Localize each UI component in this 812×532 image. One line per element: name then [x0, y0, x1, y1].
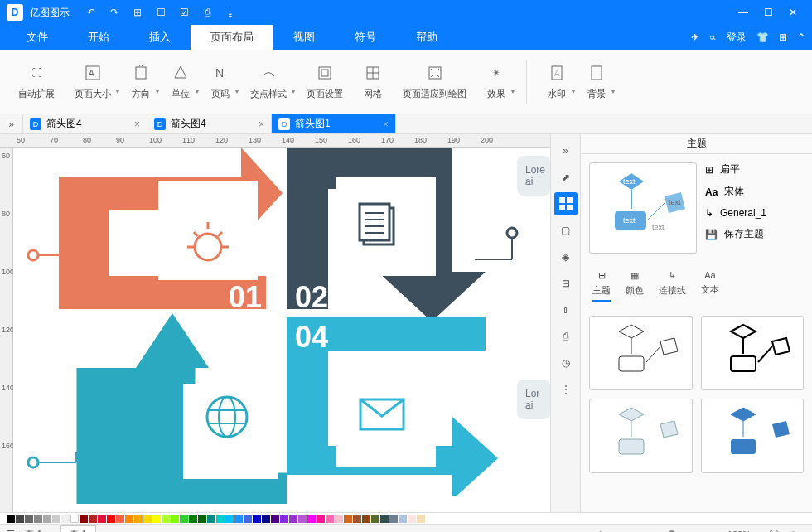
ribbon-unit[interactable]: 单位▾ — [161, 55, 201, 109]
page-selector[interactable]: 页-1 ▾ — [25, 528, 51, 532]
color-swatch[interactable] — [80, 515, 88, 523]
close-icon[interactable]: × — [383, 118, 389, 130]
menu-file[interactable]: 文件 — [7, 25, 68, 50]
share-icon[interactable]: ∝ — [709, 31, 717, 43]
color-swatch[interactable] — [280, 515, 288, 523]
collapse-ribbon-icon[interactable]: ⌃ — [797, 31, 805, 43]
color-swatch[interactable] — [152, 515, 161, 523]
color-swatch[interactable] — [380, 515, 389, 523]
color-swatch[interactable] — [353, 515, 361, 523]
menu-view[interactable]: 视图 — [273, 25, 335, 50]
fit-width-button[interactable]: ⛶ — [769, 530, 778, 533]
ribbon-effects[interactable]: ✴︎效果▾ — [476, 55, 516, 109]
ribbon-page-number[interactable]: N页码▾ — [201, 55, 240, 109]
zoom-level[interactable]: 100% ▾ — [727, 529, 759, 532]
redo-button[interactable]: ↷ — [104, 2, 124, 22]
color-swatch[interactable] — [362, 515, 370, 523]
ribbon-orientation[interactable]: 方向▾ — [121, 55, 161, 109]
color-swatch[interactable] — [162, 515, 170, 523]
color-swatch[interactable] — [253, 515, 261, 523]
theme-opt-flat[interactable]: ⊞扁平 — [705, 162, 766, 177]
maximize-button[interactable]: ☐ — [756, 2, 781, 22]
color-swatch[interactable] — [298, 515, 307, 523]
tabstrip-collapse[interactable]: » — [0, 114, 23, 133]
close-button[interactable]: ✕ — [781, 2, 805, 22]
undo-button[interactable]: ↶ — [81, 2, 101, 22]
ribbon-page-size[interactable]: A页面大小▾ — [65, 55, 121, 109]
pointer-icon[interactable]: ⬈ — [554, 166, 578, 189]
minimize-button[interactable]: — — [731, 2, 756, 22]
ribbon-grid[interactable]: 网格 — [353, 55, 393, 109]
color-swatch[interactable] — [326, 515, 334, 523]
zoom-in-button[interactable]: ＋ — [708, 528, 718, 532]
color-swatch[interactable] — [98, 515, 106, 523]
theme-item[interactable] — [701, 316, 805, 390]
color-swatch[interactable] — [216, 515, 225, 523]
send-icon[interactable]: ✈ — [691, 31, 699, 43]
save-button[interactable]: ☑ — [174, 2, 194, 22]
align-icon[interactable]: ⊟ — [554, 272, 578, 295]
save-panel-icon[interactable]: ⎙ — [554, 325, 578, 348]
menu-home[interactable]: 开始 — [68, 25, 129, 50]
theme-preview[interactable]: texttexttexttext — [589, 162, 697, 254]
ribbon-auto-expand[interactable]: ⛶自动扩展 — [8, 55, 65, 109]
more-icon[interactable]: ⋮ — [554, 378, 578, 401]
print-button[interactable]: ⎙ — [197, 2, 217, 22]
theme-opt-save[interactable]: 💾保存主题 — [705, 227, 766, 241]
color-swatch[interactable] — [289, 515, 297, 523]
ribbon-background[interactable]: 背景▾ — [577, 55, 616, 109]
color-swatch[interactable] — [143, 515, 152, 523]
color-swatch[interactable] — [52, 515, 60, 523]
color-swatch[interactable] — [389, 515, 398, 523]
ribbon-page-setup[interactable]: 页面设置 — [297, 55, 353, 109]
ribbon-jump-style[interactable]: 交点样式▾ — [240, 55, 297, 109]
theme-item[interactable] — [701, 399, 805, 473]
color-swatch[interactable] — [408, 515, 416, 523]
fullscreen-button[interactable]: ⤢ — [788, 529, 795, 532]
theme-opt-connector[interactable]: ↳General_1 — [705, 207, 766, 219]
apps-icon[interactable]: ⊞ — [779, 31, 787, 43]
color-swatch[interactable] — [107, 515, 115, 523]
add-page-button[interactable]: ＋ — [106, 528, 115, 532]
color-swatch[interactable] — [271, 515, 279, 523]
zoom-out-button[interactable]: − — [616, 530, 621, 533]
color-swatch[interactable] — [70, 515, 79, 523]
document-tab[interactable]: D箭头图1× — [272, 114, 396, 133]
theme-item[interactable] — [589, 399, 693, 473]
color-swatch[interactable] — [180, 515, 188, 523]
theme-tab-connector[interactable]: ↳连接线 — [659, 270, 686, 302]
color-swatch[interactable] — [399, 515, 407, 523]
theme-tab-text[interactable]: Aa文本 — [701, 270, 719, 302]
color-swatch[interactable] — [244, 515, 252, 523]
open-button[interactable]: ☐ — [151, 2, 171, 22]
color-swatch[interactable] — [225, 515, 234, 523]
close-icon[interactable]: × — [134, 118, 140, 130]
new-button[interactable]: ⊞ — [128, 2, 147, 22]
color-swatch[interactable] — [116, 515, 124, 523]
theme-tab-theme[interactable]: ⊞主题 — [592, 270, 611, 302]
color-swatch[interactable] — [7, 515, 15, 523]
play-button[interactable]: ▷ — [600, 529, 607, 532]
menu-symbol[interactable]: 符号 — [335, 25, 396, 50]
color-swatch[interactable] — [207, 515, 215, 523]
color-swatch[interactable] — [171, 515, 179, 523]
text-box-top[interactable]: Lore ai — [517, 156, 550, 196]
theme-opt-font[interactable]: Aa宋体 — [705, 185, 766, 199]
color-swatch[interactable] — [189, 515, 197, 523]
page-tab[interactable]: 页-1 — [60, 525, 96, 532]
color-swatch[interactable] — [371, 515, 379, 523]
color-swatch[interactable] — [61, 515, 70, 523]
theme-item[interactable] — [589, 316, 693, 390]
canvas[interactable]: 01 02 03 — [13, 148, 550, 512]
document-tab[interactable]: D箭头图4× — [147, 114, 272, 133]
text-box-bottom[interactable]: Lor ai — [517, 380, 550, 419]
close-icon[interactable]: × — [259, 118, 264, 130]
color-swatch[interactable] — [25, 515, 33, 523]
ribbon-watermark[interactable]: A水印▾ — [537, 55, 577, 109]
menu-insert[interactable]: 插入 — [129, 25, 191, 50]
color-swatch[interactable] — [307, 515, 316, 523]
menu-help[interactable]: 帮助 — [396, 25, 457, 50]
color-swatch[interactable] — [125, 515, 133, 523]
color-swatch[interactable] — [134, 515, 143, 523]
color-swatch[interactable] — [317, 515, 325, 523]
